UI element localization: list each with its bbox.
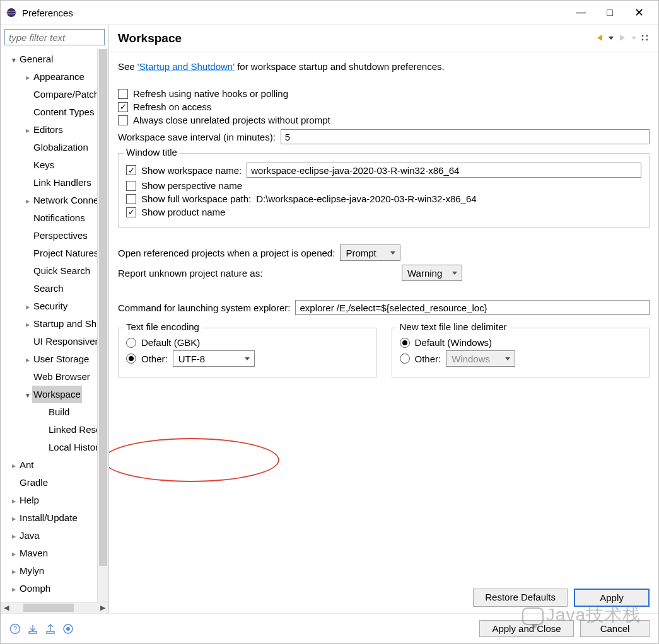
maximize-button[interactable]: □ [595,3,624,22]
encoding-default-radio[interactable] [126,338,136,348]
refresh-access-label: Refresh on access [133,101,211,112]
encoding-select[interactable]: UTF-8 [173,350,255,367]
tree-item[interactable]: ▼General [2,50,97,68]
show-persp-checkbox[interactable] [126,181,136,191]
back-icon[interactable] [595,33,604,44]
tree-item[interactable]: Link Handlers [2,174,97,192]
preference-tree[interactable]: ▼General▶AppearanceCompare/PatchContent … [1,49,97,602]
window-title-legend: Window title [124,147,180,158]
apply-button[interactable]: Apply [574,589,650,607]
tree-item-label: Appearance [32,68,86,86]
tree-item[interactable]: ▶Appearance [2,68,97,86]
filter-input[interactable] [4,29,105,45]
restore-defaults-button[interactable]: Restore Defaults [473,589,568,607]
tree-item[interactable]: ▼Workspace [2,386,97,403]
tree-item[interactable]: Keys [2,156,97,174]
tree-item[interactable]: ▶Maven [2,544,97,562]
chevron-right-icon[interactable]: ▶ [11,531,18,543]
tree-item[interactable]: ▶Startup and Shutdown [2,315,97,333]
tree-item[interactable]: Globalization [2,139,97,156]
tree-item[interactable]: ▶Mylyn [2,562,97,580]
export-icon[interactable] [45,623,56,635]
tree-item[interactable]: ▶Ant [2,456,97,474]
forward-icon[interactable] [618,33,627,44]
text-encoding-group: Text file encoding Default (GBK) Other: … [118,328,376,377]
delim-default-radio[interactable] [400,338,410,348]
help-icon[interactable]: ? [9,623,21,635]
chevron-right-icon[interactable]: ▶ [11,460,18,473]
chevron-right-icon[interactable]: ▶ [25,318,32,331]
show-full-path-checkbox[interactable] [126,194,136,204]
back-menu-icon[interactable] [607,33,615,44]
show-product-label: Show product name [141,207,225,217]
main-panel: Workspace See 'Startup and Shutdown' for… [109,25,658,613]
chevron-right-icon[interactable]: ▶ [11,495,18,508]
chevron-right-icon[interactable]: ▶ [11,566,18,578]
tree-vertical-scrollbar[interactable] [97,49,108,602]
tree-item[interactable]: Content Types [2,103,97,121]
encoding-other-radio[interactable] [126,354,136,364]
forward-menu-icon[interactable] [629,33,638,44]
chevron-right-icon[interactable]: ▶ [25,71,32,84]
tree-item[interactable]: ▶Editors [2,121,97,139]
show-ws-name-checkbox[interactable]: ✓ [126,165,136,175]
tree-item[interactable]: Web Browser [2,368,97,386]
chevron-right-icon[interactable]: ▶ [25,124,32,137]
tree-item-label: Quick Search [32,262,91,280]
refresh-native-checkbox[interactable] [118,89,128,99]
startup-shutdown-link[interactable]: 'Startup and Shutdown' [137,61,235,72]
import-icon[interactable] [27,623,38,635]
close-unrelated-checkbox[interactable] [118,115,128,125]
tree-item[interactable]: ▶Help [2,492,97,509]
chevron-right-icon[interactable]: ▶ [25,195,32,207]
tree-item[interactable]: Gradle [2,474,97,492]
page-nav-icons [595,33,650,44]
tree-item[interactable]: ▶Oomph [2,580,97,597]
report-nature-select[interactable]: Warning [402,265,462,281]
save-interval-input[interactable] [281,129,650,144]
chevron-down-icon[interactable]: ▼ [10,52,18,67]
open-referenced-select[interactable]: Prompt [340,244,400,261]
preferences-window: Preferences — □ ✕ ▼General▶AppearanceCom… [0,0,659,644]
record-icon[interactable] [62,623,74,635]
tree-item-label: Globalization [32,139,90,156]
tree-item[interactable]: Project Natures [2,244,97,262]
tree-item[interactable]: Notifications [2,209,97,227]
cancel-button[interactable]: Cancel [580,620,650,637]
chevron-right-icon[interactable]: ▶ [11,548,18,561]
tree-item[interactable]: Local History [2,439,97,456]
tree-item-label: Local History [47,439,97,456]
tree-item[interactable]: Compare/Patch [2,86,97,103]
close-button[interactable]: ✕ [624,3,653,22]
chevron-right-icon[interactable]: ▶ [11,513,18,526]
tree-item[interactable]: Search [2,280,97,297]
apply-and-close-button[interactable]: Apply and Close [479,620,574,637]
tree-item[interactable]: Linked Resources [2,421,97,439]
tree-item[interactable]: ▶Security [2,297,97,315]
tree-item-label: Editors [32,121,64,139]
explorer-cmd-input[interactable] [295,300,650,315]
minimize-button[interactable]: — [566,3,595,22]
delim-other-radio[interactable] [400,354,410,364]
tree-horizontal-scrollbar[interactable]: ◀ ▶ [1,602,108,613]
chevron-right-icon[interactable]: ▶ [25,301,32,313]
show-full-path-label: Show full workspace path: [141,193,251,204]
chevron-right-icon[interactable]: ▶ [25,354,32,366]
tree-item[interactable]: ▶User Storage [2,350,97,368]
tree-item-label: Keys [32,156,55,174]
tree-item[interactable]: UI Responsiveness [2,333,97,350]
chevron-down-icon[interactable]: ▼ [24,388,32,403]
tree-item[interactable]: ▶Install/Update [2,509,97,527]
tree-item[interactable]: Perspectives [2,227,97,244]
svg-point-4 [646,35,648,37]
tree-item[interactable]: ▶Java [2,527,97,544]
menu-icon[interactable] [641,33,650,44]
eclipse-icon [6,7,17,18]
tree-item[interactable]: Quick Search [2,262,97,280]
tree-item[interactable]: ▶Network Connections [2,192,97,209]
ws-name-input[interactable] [247,163,641,178]
chevron-right-icon[interactable]: ▶ [11,584,18,596]
show-product-checkbox[interactable]: ✓ [126,207,136,217]
refresh-access-checkbox[interactable]: ✓ [118,102,128,112]
tree-item[interactable]: Build [2,403,97,421]
